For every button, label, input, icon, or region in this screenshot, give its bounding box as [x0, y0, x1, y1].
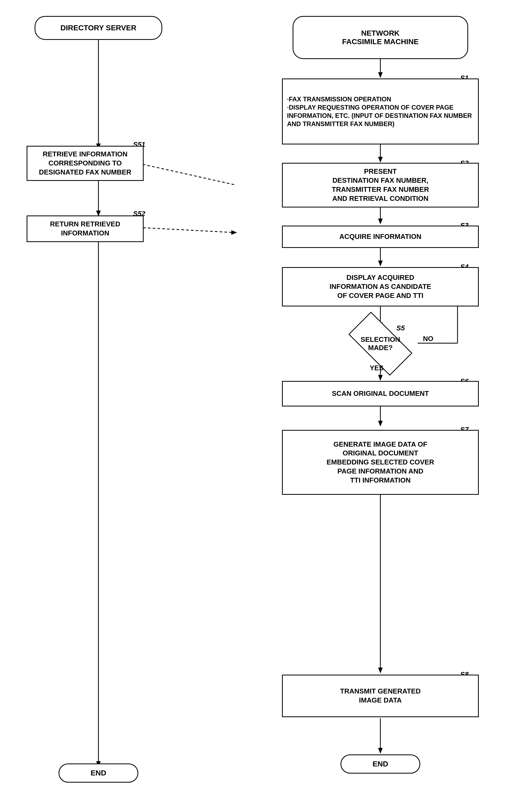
network-fax-terminal: NETWORK FACSIMILE MACHINE — [292, 16, 468, 59]
step-s8: TRANSMIT GENERATED IMAGE DATA — [282, 675, 479, 717]
svg-marker-31 — [231, 230, 237, 234]
step-s3: ACQUIRE INFORMATION — [282, 226, 479, 248]
svg-marker-3 — [96, 211, 100, 216]
no-label: NO — [423, 335, 433, 343]
svg-marker-7 — [378, 72, 382, 78]
svg-marker-9 — [378, 157, 382, 162]
svg-line-30 — [134, 227, 233, 232]
step-s4: DISPLAY ACQUIRED INFORMATION AS CANDIDAT… — [282, 267, 479, 306]
left-end-terminal: END — [58, 763, 138, 782]
step-s52: RETURN RETRIEVED INFORMATION — [26, 215, 144, 242]
directory-server-label: DIRECTORY SERVER — [60, 24, 136, 32]
yes-label: YES — [370, 364, 384, 372]
step-s1: ·FAX TRANSMISSION OPERATION ·DISPLAY REQ… — [282, 78, 479, 145]
step-s5-decision: SELECTION MADE? — [351, 328, 410, 360]
svg-marker-19 — [378, 421, 382, 426]
svg-marker-17 — [378, 375, 382, 380]
svg-marker-21 — [378, 668, 382, 673]
step-s6: SCAN ORIGINAL DOCUMENT — [282, 381, 479, 407]
right-end-terminal: END — [341, 754, 420, 774]
step-s51: RETRIEVE INFORMATION CORRESPONDING TO DE… — [26, 146, 144, 181]
directory-server-terminal: DIRECTORY SERVER — [35, 16, 162, 40]
svg-marker-13 — [378, 261, 382, 266]
svg-marker-11 — [378, 219, 382, 224]
svg-marker-23 — [378, 748, 382, 753]
step-s7: GENERATE IMAGE DATA OF ORIGINAL DOCUMENT… — [282, 430, 479, 495]
step-s2: PRESENT DESTINATION FAX NUMBER, TRANSMIT… — [282, 163, 479, 207]
svg-line-28 — [134, 162, 234, 185]
